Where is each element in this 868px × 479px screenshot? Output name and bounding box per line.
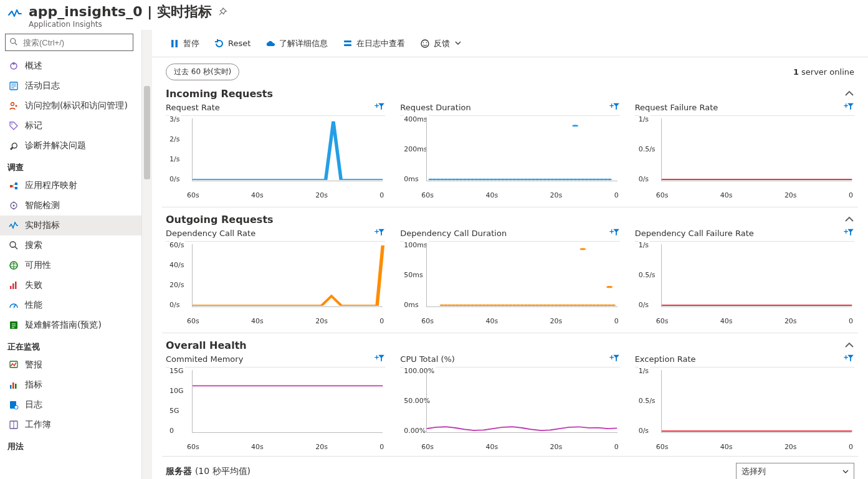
nav-item-label: 失败 (25, 280, 42, 291)
y-tick-label: 60/s (169, 241, 185, 249)
pause-button[interactable]: 暂停 (163, 36, 206, 52)
y-tick-label: 0.5/s (639, 145, 657, 153)
nav-item-failures[interactable]: 失败 (0, 275, 141, 295)
x-tick-label: 0 (379, 191, 384, 199)
main-area: 暂停 Reset 了解详细信息 在日志中查看 反馈 过去 60 秒( (152, 30, 868, 479)
x-tick-label: 20s (315, 191, 328, 199)
tags-icon (9, 121, 19, 131)
nav-item-appmap[interactable]: 应用程序映射 (0, 176, 141, 196)
feedback-icon (420, 39, 430, 49)
perf-icon (9, 300, 19, 310)
page-title-resource: app_insights_0 (29, 4, 143, 19)
chart-filter-icon[interactable]: + (374, 354, 385, 364)
svg-point-10 (11, 123, 12, 125)
y-tick-label: 0.5/s (639, 271, 657, 279)
nav-group-label: 用法 (0, 435, 141, 455)
nav-search[interactable] (5, 34, 133, 51)
scrollbar[interactable] (142, 30, 152, 479)
x-axis: 60s40s20s0 (166, 442, 385, 451)
section-title-label: Outgoing Requests (166, 214, 274, 225)
chart-filter-icon[interactable]: + (609, 228, 620, 239)
appmap-icon (9, 181, 19, 191)
svg-point-0 (11, 38, 16, 43)
nav-group-label: 调查 (0, 156, 141, 176)
learn-more-button[interactable]: 了解详细信息 (259, 36, 334, 52)
nav-item-alerts[interactable]: 警报 (0, 355, 141, 375)
nav-item-livemetrics[interactable]: 实时指标 (0, 216, 141, 235)
y-tick-label: 0.00% (404, 427, 427, 435)
activitylog-icon (9, 81, 19, 91)
chart-filter-icon[interactable]: + (374, 228, 385, 239)
page-header: app_insights_0 | 实时指标 Application Insigh… (0, 0, 868, 30)
y-tick-label: 5G (169, 407, 181, 415)
section-collapse-incoming[interactable] (844, 88, 854, 100)
svg-point-147 (607, 286, 613, 288)
x-tick-label: 60s (421, 317, 434, 325)
nav-item-activity[interactable]: 活动日志 (0, 76, 141, 96)
view-in-logs-button[interactable]: 在日志中查看 (336, 36, 411, 52)
toolbar: 暂停 Reset 了解详细信息 在日志中查看 反馈 (152, 30, 868, 57)
x-tick-label: 40s (251, 191, 264, 199)
x-tick-label: 40s (720, 191, 733, 199)
reset-button[interactable]: Reset (208, 36, 257, 51)
nav-item-avail[interactable]: 可用性 (0, 255, 141, 275)
section-collapse-health[interactable] (844, 339, 854, 351)
appinsights-icon (6, 5, 24, 22)
y-tick-label: 200ms (404, 145, 428, 153)
nav-item-smart[interactable]: 智能检测 (0, 196, 141, 216)
nav-item-overview[interactable]: 概述 (0, 56, 141, 76)
x-tick-label: 40s (720, 443, 733, 451)
nav-item-diag[interactable]: 诊断并解决问题 (0, 136, 141, 156)
x-tick-label: 20s (315, 317, 328, 325)
nav-search-input[interactable] (22, 37, 129, 48)
svg-text:+: + (609, 228, 614, 235)
pin-icon[interactable] (218, 9, 227, 18)
svg-point-42 (421, 40, 429, 47)
chart-title: Dependency Call Duration (400, 229, 507, 238)
chart-plot: 1/s0.5/s0/s (635, 367, 854, 442)
chart-filter-icon[interactable]: + (843, 354, 854, 364)
nav-item-label: 搜索 (25, 240, 42, 251)
svg-rect-39 (176, 40, 178, 47)
x-axis: 60s40s20s0 (400, 316, 619, 325)
x-tick-label: 0 (614, 191, 619, 199)
metrics-icon (9, 380, 19, 390)
chart-title: Dependency Call Failure Rate (635, 229, 754, 238)
nav-item-perf[interactable]: 性能 (0, 295, 141, 315)
nav-item-search2[interactable]: 搜索 (0, 235, 141, 255)
nav-item-tags[interactable]: 标记 (0, 116, 141, 136)
x-tick-label: 40s (485, 443, 498, 451)
svg-rect-32 (12, 382, 14, 389)
cloud-icon (265, 39, 275, 49)
x-axis: 60s40s20s0 (400, 190, 619, 199)
svg-rect-26 (12, 283, 14, 289)
y-tick-label: 1/s (639, 115, 650, 123)
nav-item-label: 应用程序映射 (25, 180, 77, 191)
chart-filter-icon[interactable]: + (843, 102, 854, 113)
section-collapse-outgoing[interactable] (844, 214, 854, 225)
chevron-down-icon (455, 39, 461, 48)
chart-filter-icon[interactable]: + (609, 102, 620, 113)
feedback-button[interactable]: 反馈 (414, 36, 467, 52)
nav-item-tsg[interactable]: 疑难解答指南(预览) (0, 315, 141, 335)
nav-item-iam[interactable]: 访问控制(标识和访问管理) (0, 96, 141, 116)
section-title-label: Incoming Requests (166, 88, 273, 100)
chart-filter-icon[interactable]: + (609, 354, 620, 364)
chart-filter-icon[interactable]: + (843, 228, 854, 239)
y-tick-label: 0ms (404, 175, 419, 183)
section-title-outgoing: Outgoing Requests (162, 211, 858, 227)
chart-filter-icon[interactable]: + (374, 102, 385, 113)
svg-rect-27 (15, 282, 17, 289)
nav-item-label: 工作簿 (25, 419, 51, 430)
select-columns-dropdown[interactable]: 选择列 (736, 463, 854, 479)
time-range-pill[interactable]: 过去 60 秒(实时) (166, 64, 239, 80)
chart-cpu: CPU Total (%)+100.00%50.00%0.00%60s40s20… (400, 354, 619, 451)
nav-item-workbooks[interactable]: 工作簿 (0, 415, 141, 435)
chart-plot: 3/s2/s1/s0/s (166, 115, 385, 190)
nav-item-label: 概述 (25, 60, 42, 72)
server-online-status: 1 server online (793, 67, 854, 77)
chart-title: Request Duration (400, 103, 470, 112)
svg-rect-41 (344, 44, 351, 46)
nav-item-metrics[interactable]: 指标 (0, 375, 141, 395)
nav-item-logs[interactable]: 日志 (0, 395, 141, 415)
